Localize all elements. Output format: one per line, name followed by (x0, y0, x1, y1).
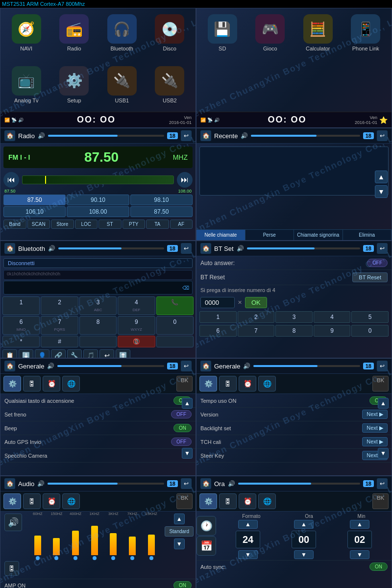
right-icon-3[interactable]: 📱Phone Link (344, 14, 388, 110)
gen2-home-btn[interactable]: 🏠 (200, 361, 211, 371)
numpad-btn-0-4[interactable]: 📞 (156, 296, 194, 315)
numpad-btn-1-0[interactable]: 6MNO (2, 316, 40, 335)
formato-dn-btn[interactable]: ▼ (238, 550, 258, 559)
eq-bar-wrap-3[interactable] (86, 521, 103, 560)
recente-back-btn[interactable]: ↩ (377, 130, 388, 141)
min-up-btn[interactable]: ▲ (350, 520, 369, 529)
radio-vol-slider[interactable] (48, 135, 164, 137)
gen2-bk-btn[interactable]: BK (372, 376, 389, 392)
numpad-btn-0-1[interactable]: 2 (41, 296, 78, 315)
amp-toggle[interactable]: ON (173, 581, 192, 588)
ora-dn-btn[interactable]: ▼ (294, 550, 314, 559)
recente-tab-2[interactable]: Chiamate signorina (294, 230, 343, 240)
audio-scroll-dn[interactable]: ▼ (174, 539, 185, 549)
ora-vol-slider[interactable] (238, 483, 360, 485)
standard-btn[interactable]: Standard (165, 526, 194, 537)
bt-disconnect-btn[interactable]: Disconnetti (3, 258, 193, 268)
gen2-eq-tab[interactable]: 🎛 (219, 376, 237, 392)
recente-vol-slider[interactable] (251, 135, 360, 137)
btset-ok-btn[interactable]: OK (245, 297, 267, 308)
numpad-btn-1-1[interactable]: 7PQRS (41, 316, 78, 335)
btset-num-0-3[interactable]: 4 (314, 311, 351, 323)
bt-act-music[interactable]: 🎵 (83, 349, 98, 358)
numpad-btn-0-3[interactable]: 4DEF (118, 296, 155, 315)
numpad-btn-2-3[interactable]: 📵 (118, 336, 155, 347)
autosync-toggle[interactable]: ON (369, 563, 388, 571)
btset-home-btn[interactable]: 🏠 (200, 243, 211, 254)
bt-act-up[interactable]: ⬆️ (116, 349, 130, 358)
radio-ctrl-pty[interactable]: PTY (122, 220, 146, 229)
gen1-scroll-dn[interactable]: ▼ (182, 448, 193, 459)
audio-settings-tab[interactable]: ⚙️ (3, 493, 21, 509)
bt-act-copy[interactable]: 📋 (2, 349, 17, 358)
preset-btn-0[interactable]: 87.50 (3, 195, 66, 205)
ora-settings-tab[interactable]: ⚙️ (199, 493, 217, 509)
gen1-scroll-up[interactable]: ▲ (182, 398, 193, 409)
gen1-back-btn[interactable]: ↩ (181, 361, 192, 371)
radio-ctrl-scan[interactable]: SCAN (27, 220, 50, 229)
gen2-back-btn[interactable]: ↩ (377, 361, 388, 371)
btset-num-1-2[interactable]: 8 (275, 325, 313, 337)
btset-num-0-1[interactable]: 2 (238, 311, 275, 323)
audio-home-btn[interactable]: 🏠 (4, 478, 15, 489)
left-icon-0[interactable]: 🧭NAVI (4, 14, 49, 58)
bt-home-btn[interactable]: 🏠 (4, 243, 15, 254)
numpad-btn-2-0[interactable]: * (2, 336, 40, 347)
ora-clock-tab[interactable]: ⏰ (239, 493, 256, 509)
recente-home-btn[interactable]: 🏠 (200, 130, 211, 141)
left-icon-3[interactable]: 💿Disco (148, 14, 192, 58)
formato-up-btn[interactable]: ▲ (238, 520, 258, 529)
bt-back-btn[interactable]: ↩ (181, 243, 192, 254)
left-icon2-0[interactable]: 📺Analog Tv (4, 66, 49, 110)
bt-act-link[interactable]: 🔗 (51, 349, 66, 358)
recente-tab-3[interactable]: Elimina (343, 230, 392, 240)
right-icon-2[interactable]: 🧮Calculator (296, 14, 340, 110)
numpad-btn-1-2[interactable]: 8 (79, 316, 117, 335)
numpad-btn-1-4[interactable]: 0 (156, 316, 194, 335)
ora-eq-tab[interactable]: 🎛 (219, 493, 237, 509)
audio-clock-tab[interactable]: ⏰ (43, 493, 60, 509)
left-icon-1[interactable]: 📻Radio (52, 14, 97, 58)
bt-act-settings[interactable]: 🔧 (67, 349, 82, 358)
audio-vol-slider[interactable] (48, 483, 164, 485)
preset-btn-5[interactable]: 87.50 (130, 206, 193, 217)
eq-bar-wrap-5[interactable] (123, 521, 141, 560)
eq-bars[interactable] (26, 516, 163, 560)
audio-eq-icon[interactable]: 🎛 (4, 561, 19, 576)
btset-num-1-1[interactable]: 7 (238, 325, 275, 337)
btset-vol-slider[interactable] (247, 247, 360, 249)
left-icon2-1[interactable]: ⚙️Setup (52, 66, 97, 110)
gen1-vol-slider[interactable] (57, 365, 164, 367)
gen1-settings-tab[interactable]: ⚙️ (3, 376, 21, 392)
radio-ctrl-loc[interactable]: LOC (75, 220, 98, 229)
left-icon-2[interactable]: 🎧Bluetooth (100, 14, 144, 58)
preset-btn-4[interactable]: 108.00 (67, 206, 129, 217)
ora-home-btn[interactable]: 🏠 (200, 478, 211, 489)
radio-ctrl-af[interactable]: AF (170, 220, 193, 229)
ora-clock-icon[interactable]: 🕐 (196, 516, 216, 536)
radio-prev-btn[interactable]: ⏮ (3, 172, 19, 188)
gen2-clock-tab[interactable]: ⏰ (239, 376, 256, 392)
ora-bk-btn[interactable]: BK (372, 493, 389, 509)
preset-btn-3[interactable]: 106.10 (3, 206, 66, 217)
radio-home-btn[interactable]: 🏠 (4, 130, 15, 141)
bt-act-contact[interactable]: 👤 (35, 349, 49, 358)
gen1-bk-btn[interactable]: BK (176, 376, 193, 392)
preset-btn-2[interactable]: 98.10 (130, 195, 193, 205)
radio-back-btn[interactable]: ↩ (181, 130, 192, 141)
numpad-btn-0-0[interactable]: 1 (2, 296, 40, 315)
left-icon2-3[interactable]: 🔌USB2 (148, 66, 192, 110)
radio-next-btn[interactable]: ⏭ (177, 172, 193, 188)
radio-ctrl-band[interactable]: Band (3, 220, 26, 229)
btset-back-btn[interactable]: ↩ (377, 243, 388, 254)
audio-eq-tab[interactable]: 🎛 (23, 493, 41, 509)
eq-bar-wrap-6[interactable] (143, 521, 160, 560)
numpad-btn-2-2[interactable] (79, 336, 117, 347)
eq-bar-wrap-1[interactable] (48, 521, 66, 560)
recente-tab-0[interactable]: Nelle chiamate (196, 230, 245, 240)
btset-num-0-4[interactable]: 5 (351, 311, 389, 323)
right-icon-0[interactable]: 💾SD (200, 14, 245, 110)
btset-num-0-2[interactable]: 3 (275, 311, 313, 323)
eq-bar-wrap-4[interactable] (105, 521, 122, 560)
bt-act-dl[interactable]: ⬇️ (19, 349, 33, 358)
